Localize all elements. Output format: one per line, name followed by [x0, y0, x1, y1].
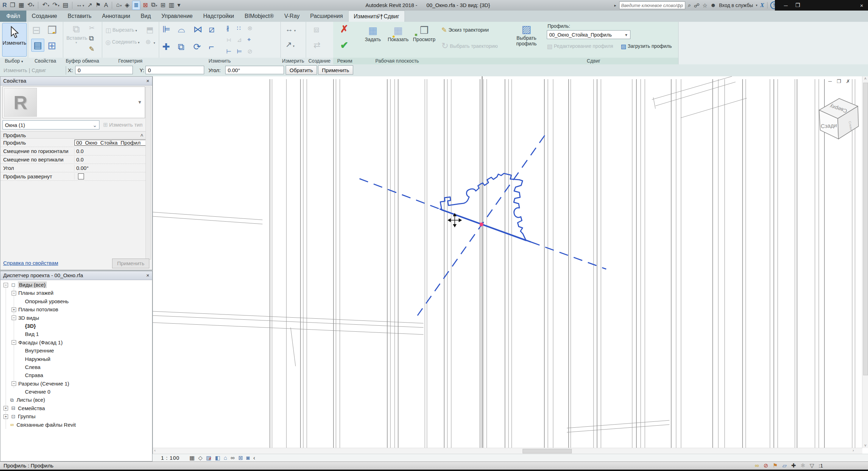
sign-in-button[interactable]: Вход в службы [719, 2, 753, 8]
flip-button[interactable]: Обратить [286, 65, 317, 75]
tab-7[interactable]: BIMobject® [239, 11, 279, 22]
default-3d-view-icon[interactable]: ⌂▾ [116, 0, 122, 11]
unjoin-icon[interactable]: ⊗ [247, 25, 252, 32]
revit-logo-icon[interactable]: R [2, 0, 7, 11]
tree-item[interactable]: Справа [1, 371, 152, 379]
aligned-dimension-icon[interactable]: ↗ [87, 0, 93, 11]
tab-1[interactable]: Создание [26, 11, 62, 22]
tab-9[interactable]: Расширения [305, 11, 348, 22]
viewer-button[interactable]: ❒■Просмотр [412, 25, 436, 42]
vertical-scroll-thumb[interactable] [863, 83, 868, 375]
tree-item-label[interactable]: Планы этажей [18, 290, 53, 296]
tree-item[interactable]: −Планы этажей [1, 288, 152, 297]
collapse-node-icon[interactable]: − [12, 381, 16, 386]
collapse-node-icon[interactable]: − [12, 316, 16, 320]
copy-to-clipboard-icon[interactable]: ⧉ [89, 34, 94, 42]
measure-icon[interactable]: ↔▾ [76, 0, 85, 11]
x-input[interactable] [75, 66, 133, 74]
drag-on-selection-icon[interactable]: ✚ [791, 462, 796, 469]
user-interface-grid-icon[interactable]: ⊞ [160, 0, 166, 11]
tile-windows-icon[interactable]: ▥ [168, 0, 175, 11]
measure-tool-icon[interactable]: ↔▾ [285, 25, 296, 34]
tab-8[interactable]: V-Ray [279, 11, 305, 22]
search-icon[interactable]: ⌕ [688, 2, 691, 8]
minimize-icon[interactable]: ─ [780, 2, 792, 8]
close-hidden-windows-icon[interactable]: ⊠ [143, 0, 148, 11]
search-input[interactable] [619, 1, 685, 9]
save-icon[interactable]: ▦ [18, 0, 25, 11]
rendering-dialog-icon[interactable]: ⌂ [224, 455, 227, 461]
tree-item[interactable]: +⊟Семейства [1, 404, 152, 412]
y-input[interactable] [145, 66, 204, 74]
detail-level-icon[interactable]: ▦ [189, 454, 195, 461]
tree-item-label[interactable]: Внутренние [25, 348, 54, 354]
undo-icon[interactable]: ↶▾ [42, 0, 50, 11]
tab-4[interactable]: Вид [135, 11, 156, 22]
trim-extend-single-icon[interactable]: ⊢ [226, 48, 232, 55]
panel-label-select[interactable]: Выбор ▾ [0, 58, 28, 64]
trim-corner-icon[interactable]: ⌐ [209, 42, 214, 52]
mirror-draw-axis-icon[interactable]: ⧄ [209, 24, 215, 35]
profile-flipped-checkbox[interactable] [78, 173, 84, 179]
tree-item[interactable]: Вид 1 [1, 330, 152, 338]
panel-label-properties[interactable]: Свойства [28, 58, 63, 64]
collapse-node-icon[interactable]: − [12, 291, 16, 295]
mirror-pick-axis-icon[interactable]: ⋈ [193, 24, 202, 35]
property-value[interactable]: 0.0 [75, 148, 147, 154]
tree-item[interactable]: −3D виды [1, 313, 152, 322]
rotate-icon[interactable]: ⟳ [193, 42, 201, 52]
offset-icon[interactable]: ⌓ [178, 24, 185, 35]
view-scale[interactable]: 1 : 100 [161, 455, 180, 461]
trim-extend-multiple-icon[interactable]: ⊨ [237, 48, 242, 55]
shadows-icon[interactable]: ◧ [215, 454, 220, 461]
viewcube-front-label[interactable]: Сзади [821, 122, 837, 129]
collapse-node-icon[interactable]: − [4, 283, 8, 287]
horizontal-scroll-thumb[interactable] [523, 449, 572, 453]
tree-item[interactable]: Слева [1, 363, 152, 371]
properties-scrollbar[interactable] [145, 87, 151, 260]
finish-mode-icon[interactable]: ✔ [340, 39, 348, 51]
properties-help-link[interactable]: Справка по свойствам [3, 260, 58, 266]
tree-item-label[interactable]: Сечение 0 [25, 389, 50, 395]
collapse-infocenter-icon[interactable]: ▸ [614, 3, 616, 8]
collapse-node-icon[interactable]: − [12, 340, 16, 345]
hide-isolate-icon[interactable]: ∞ [231, 455, 234, 461]
signin-dropdown-icon[interactable]: ▾ [756, 4, 758, 7]
tab-file[interactable]: Файл [0, 11, 26, 22]
view-close-icon[interactable]: ✗ [846, 78, 850, 84]
panel-label-mode[interactable]: Режим [333, 58, 356, 64]
panel-label-workplane[interactable]: Рабочая плоскость [356, 58, 438, 64]
panel-label-geometry[interactable]: Геометрия [102, 58, 159, 64]
text-icon[interactable]: A [104, 0, 108, 11]
tree-item-label[interactable]: Фасады (Фасад 1) [18, 339, 63, 345]
panel-label-measure[interactable]: Измерить [280, 58, 306, 64]
project-browser-close-icon[interactable]: × [146, 271, 149, 280]
align-icon[interactable]: ⊫ [162, 24, 170, 35]
properties-close-icon[interactable]: × [146, 77, 149, 85]
section-collapse-icon[interactable]: ˄ [140, 132, 143, 139]
tree-item-label[interactable]: Вид 1 [25, 331, 39, 337]
user-icon[interactable]: ☻ [710, 2, 716, 8]
favorites-star-icon[interactable]: ☆ [702, 2, 707, 9]
property-value[interactable]: 00_Окно_Стойка_Профил [75, 140, 147, 146]
move-icon[interactable]: ✚ [162, 42, 170, 52]
tree-item[interactable]: −Фасады (Фасад 1) [1, 338, 152, 346]
delete-icon[interactable]: ⊘ [247, 48, 252, 55]
type-selector-arrow-icon[interactable]: ▼ [137, 100, 142, 105]
tag-icon[interactable]: ⚑ [95, 0, 101, 11]
background-processes-icon[interactable]: ✱ [801, 462, 805, 469]
close-icon[interactable]: × [856, 2, 868, 8]
reveal-hidden-icon[interactable]: ◙ [246, 455, 250, 461]
profile-select-arrow-icon[interactable]: ▼ [624, 31, 628, 39]
exchange-apps-icon[interactable]: X [760, 2, 764, 9]
panel-label-clipboard[interactable]: Буфер обмена [63, 58, 102, 64]
viewcube[interactable]: Сверху Сзади Слева [819, 98, 859, 139]
panel-label-modify[interactable]: Изменить [159, 58, 280, 64]
view-minimize-icon[interactable]: ─ [828, 78, 832, 84]
angle-input[interactable] [225, 66, 284, 74]
print-icon[interactable]: ▤ [62, 0, 69, 11]
crop-lock-icon[interactable]: ⊠ [238, 454, 243, 461]
tree-item[interactable]: Сечение 0 [1, 387, 152, 395]
expand-node-icon[interactable]: + [12, 307, 16, 312]
property-value[interactable]: 0.00° [75, 165, 147, 171]
